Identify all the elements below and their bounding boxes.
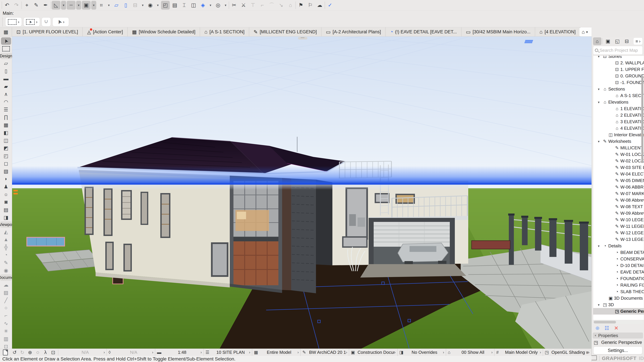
tool-item[interactable]: ➤	[1, 37, 11, 45]
view-tab[interactable]: ⌂ [4 ELEVATION]	[535, 27, 580, 36]
tree-item[interactable]: 4 ELEVATION (Auto	[593, 125, 644, 132]
tool-item[interactable]: ◗	[1, 175, 11, 183]
tree-item[interactable]: W-04 ELECTRICAL	[593, 171, 644, 177]
tool-item[interactable]: ◠	[1, 98, 11, 105]
chevron-down-icon[interactable]: ▾	[596, 56, 602, 58]
tool-item[interactable]: ▨	[1, 289, 11, 296]
tree-item[interactable]: ▾ 3D	[593, 302, 644, 308]
tree-item[interactable]: 1 ELEVATION (Auto	[593, 105, 644, 112]
tool-item[interactable]: ╬	[1, 244, 11, 251]
toolbar-icon[interactable]: ⊟	[131, 1, 140, 9]
tool-item[interactable]: ▦	[1, 121, 11, 129]
toolbar-icon[interactable]: ◫	[189, 1, 198, 9]
popup-navigator-button[interactable]: ▦	[0, 27, 12, 36]
toolbar-icon[interactable]	[325, 1, 325, 9]
tool-item[interactable]: Viewpoi	[0, 221, 12, 228]
quick-option-dropdown[interactable]: ▦ Entire Model ›	[252, 349, 301, 356]
tool-item[interactable]: ∧	[1, 90, 11, 98]
toolbar-icon[interactable]: ◺	[52, 1, 60, 9]
tool-item[interactable]: ▥	[1, 335, 11, 343]
tree-item[interactable]: A S-1 SECTION (Au	[593, 92, 644, 99]
toolbar-icon[interactable]: ▱	[112, 1, 121, 9]
tree-item[interactable]: W-06 ABBREVIATI	[593, 184, 644, 190]
tool-item[interactable]: ∏	[1, 113, 11, 121]
guide-handle-icon[interactable]	[14, 193, 18, 194]
tree-item[interactable]: FOUNDATION DET	[593, 275, 644, 282]
toolbar-icon[interactable]: ┄	[67, 1, 76, 9]
windows-icon[interactable]	[592, 356, 597, 360]
guide-handle-icon[interactable]	[14, 190, 18, 191]
quick-option-dropdown[interactable]: ⌂ 00 Show All ›	[446, 349, 494, 356]
toolbar-icon[interactable]: ⌗	[97, 1, 106, 9]
tool-item[interactable]: ▱	[1, 59, 11, 67]
tool-item[interactable]: ⊡	[1, 343, 11, 349]
tool-item[interactable]	[1, 45, 11, 52]
tree-item[interactable]: W-05 DIMENSIONS	[593, 177, 644, 184]
vertical-scrollbar[interactable]	[641, 76, 643, 163]
3d-view-settings-button[interactable]: ⌂ ▾	[580, 28, 590, 36]
toolbar-icon[interactable]: ✒	[41, 1, 50, 9]
toolbar-icon[interactable]: ▾	[91, 1, 96, 9]
toolbar-icon[interactable]	[229, 1, 229, 9]
tree-item[interactable]: Interior Elevations	[593, 132, 644, 138]
tree-item[interactable]: W-03 SITE LEGEN	[593, 164, 644, 171]
settings-button[interactable]: Settings...	[593, 347, 642, 354]
toolbar-icon[interactable]: ▾	[208, 1, 213, 9]
toolbar-icon[interactable]: ▾	[155, 1, 160, 9]
toolbar-icon[interactable]: ⚑	[296, 1, 305, 9]
tool-item[interactable]: ◧	[1, 129, 11, 136]
toolbar-icon[interactable]: ✓	[326, 1, 334, 9]
tree-item[interactable]: ▾ Worksheets	[593, 138, 644, 145]
quick-option-dropdown[interactable]: ◳ OpenGL Shading with... ›	[543, 349, 592, 356]
tool-item[interactable]: ▤	[1, 206, 11, 213]
tree-item[interactable]: W-12 LEGEND (Ind	[593, 230, 644, 236]
view-tab[interactable]: ✎ [MILLICENT ENG LEGEND]	[249, 27, 321, 36]
tool-item[interactable]: ✳	[1, 327, 11, 335]
tool-item[interactable]: ◨	[1, 214, 11, 221]
quick-option-dropdown[interactable]: ◨ No Overrides ›	[398, 349, 446, 356]
view-tab[interactable]: ◔ (!) EAVE DETAIL [EAVE DET...	[385, 27, 461, 36]
tree-item[interactable]: SLAB THECKING (I	[593, 289, 644, 295]
delete-view-button[interactable]: ✕	[614, 325, 618, 331]
tool-item[interactable]: ☼	[1, 191, 11, 198]
toolbar-icon[interactable]: ⌶	[180, 1, 188, 9]
tool-item[interactable]: ◻	[1, 160, 11, 167]
marquee-select-button[interactable]: ➤ ›	[24, 17, 40, 26]
quick-option-dropdown[interactable]: N/A ›	[58, 349, 107, 356]
tree-item[interactable]: CONSERVANCY TA	[593, 256, 644, 262]
tool-item[interactable]: ○	[1, 304, 11, 312]
tool-item[interactable]: ▧	[1, 167, 11, 175]
tool-item[interactable]: ◫	[1, 137, 11, 144]
tool-item[interactable]: ╱	[1, 297, 11, 304]
view-tab[interactable]: ◬ [Action Center]	[82, 27, 127, 36]
toolbar-icon[interactable]: ▣	[82, 1, 90, 9]
toolbar-icon[interactable]: ⌂	[286, 1, 295, 9]
tree-item[interactable]: D-10 DETAIL (Indep	[593, 262, 644, 269]
project-map-button[interactable]: ⌂	[593, 37, 602, 45]
horizontal-scrollbar[interactable]	[593, 321, 643, 324]
toolbar-icon[interactable]: ↶	[3, 1, 12, 9]
properties-header[interactable]: ▾ Properties	[593, 333, 643, 339]
view-map-button[interactable]: ▣	[604, 37, 612, 45]
tree-item[interactable]: 3D Documents	[593, 295, 644, 302]
tree-item[interactable]: W-02 LOCATION M	[593, 158, 644, 164]
tree-item[interactable]: 3 ELEVATION (Auto	[593, 118, 644, 125]
quick-option-dropdown[interactable]: ◊ N/A ›	[107, 349, 155, 356]
quick-option-dropdown[interactable]: ☰ 10 SITE PLAN ›	[204, 349, 252, 356]
tool-item[interactable]: Design	[0, 53, 12, 59]
tree-item[interactable]: W-11 LEGEND (Ind	[593, 223, 644, 230]
view-tab[interactable]: ⌂ [A S-1 SECTION]	[200, 27, 249, 36]
toolbar-icon[interactable]: ◉	[146, 1, 155, 9]
tool-item[interactable]: ∿	[1, 320, 11, 327]
tool-item[interactable]: ◔	[1, 251, 11, 259]
tree-item[interactable]: W-01 LOCATION M	[593, 151, 644, 158]
3d-viewport[interactable]: •••	[12, 36, 592, 349]
tree-item[interactable]: Generic Perspect	[593, 308, 644, 315]
view-tab[interactable]: ▭ [30/42 MSBIM Main Horizo...	[461, 27, 535, 36]
tool-item[interactable]: ☁	[1, 281, 11, 289]
toolbar-icon[interactable]: ☁	[315, 1, 324, 9]
tree-item[interactable]: BEAM DETAIL (Inde	[593, 249, 644, 256]
toolbar-icon[interactable]: ↘	[277, 1, 286, 9]
quick-option-dropdown[interactable]: ✎ BW ArchiCAD 20 1 ›	[301, 349, 349, 356]
tree-item[interactable]: ▾ Details	[593, 243, 644, 249]
